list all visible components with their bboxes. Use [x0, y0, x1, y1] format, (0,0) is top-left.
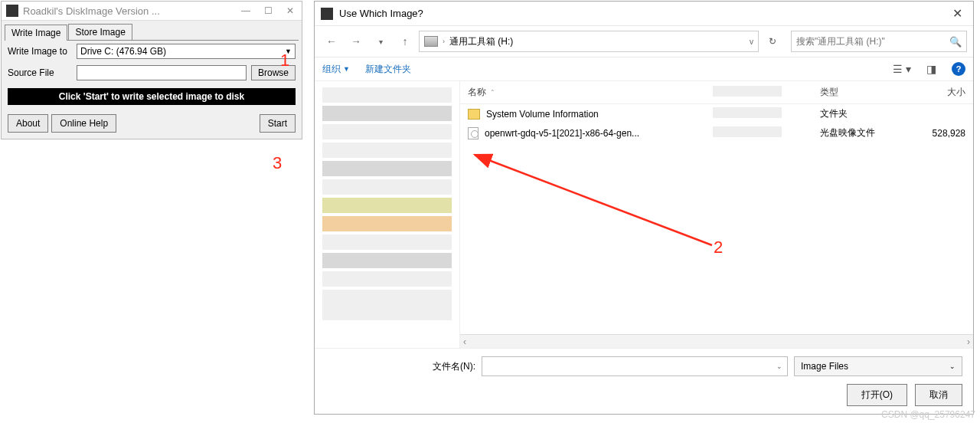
sidebar-item[interactable] — [322, 271, 452, 287]
disc-image-icon — [468, 127, 479, 139]
forward-button[interactable]: → — [345, 31, 367, 52]
file-list: 名称 ˄ 类型 大小 System Volume Information 文件夹… — [460, 81, 973, 348]
chevron-down-icon: ▼ — [343, 65, 350, 73]
watermark: CSDN @qq_25796247 — [881, 409, 975, 420]
sidebar-item[interactable] — [322, 143, 452, 158]
list-item[interactable]: openwrt-gdq-v5-1[2021]-x86-64-gen... 光盘映… — [460, 123, 973, 143]
tab-bar: Write Image Store Image — [2, 21, 302, 40]
nav-sidebar — [315, 81, 460, 348]
horizontal-scrollbar[interactable]: ‹› — [460, 334, 973, 348]
list-item[interactable]: System Volume Information 文件夹 — [460, 104, 973, 123]
file-dialog-titlebar: Use Which Image? ✕ — [315, 2, 973, 26]
drive-select[interactable]: Drive C: (476.94 GB) ▼ — [77, 44, 296, 59]
maximize-button[interactable]: ☐ — [264, 5, 273, 16]
organize-menu[interactable]: 组织 ▼ — [322, 63, 350, 76]
dialog-footer: 文件名(N): ⌄ Image Files ⌄ 打开(O) 取消 — [315, 348, 973, 414]
filename-label: 文件名(N): — [433, 360, 475, 373]
col-size[interactable]: 大小 — [912, 86, 965, 99]
recent-dropdown[interactable]: ▾ — [370, 31, 391, 52]
sidebar-item[interactable] — [322, 179, 452, 195]
sidebar-item[interactable] — [322, 198, 452, 213]
app-icon — [6, 5, 18, 17]
filetype-select[interactable]: Image Files ⌄ — [794, 356, 962, 376]
sidebar-item[interactable] — [322, 290, 452, 320]
dialog-body: 名称 ˄ 类型 大小 System Volume Information 文件夹… — [315, 81, 973, 348]
refresh-button[interactable]: ↻ — [762, 31, 783, 52]
sidebar-item[interactable] — [322, 161, 452, 176]
write-to-label: Write Image to — [8, 46, 72, 57]
sidebar-item[interactable] — [322, 87, 452, 103]
window-title: Roadkil's DiskImage Version ... — [23, 5, 238, 17]
source-file-label: Source File — [8, 67, 72, 78]
diskimage-window: Roadkil's DiskImage Version ... — ☐ ✕ Wr… — [1, 1, 302, 139]
sidebar-item[interactable] — [322, 234, 452, 250]
folder-icon — [468, 109, 480, 120]
preview-pane-button[interactable]: ◨ — [926, 63, 936, 75]
open-button[interactable]: 打开(O) — [847, 384, 907, 406]
column-headers: 名称 ˄ 类型 大小 — [460, 81, 973, 104]
diskimage-titlebar: Roadkil's DiskImage Version ... — ☐ ✕ — [2, 2, 302, 21]
minimize-button[interactable]: — — [241, 5, 250, 16]
drive-icon — [424, 36, 438, 47]
chevron-down-icon[interactable]: v — [750, 38, 753, 46]
cancel-button[interactable]: 取消 — [915, 384, 962, 406]
view-options-button[interactable]: ☰ ▾ — [893, 63, 911, 75]
col-name[interactable]: 名称 ˄ — [468, 86, 713, 99]
help-icon[interactable]: ? — [952, 62, 965, 76]
about-button[interactable]: About — [8, 114, 48, 133]
filename-row: 文件名(N): ⌄ Image Files ⌄ — [325, 356, 962, 376]
write-image-to-row: Write Image to Drive C: (476.94 GB) ▼ — [2, 41, 302, 62]
col-type[interactable]: 类型 — [820, 86, 912, 99]
file-dialog: Use Which Image? ✕ ← → ▾ ↑ › 通用工具箱 (H:) … — [314, 1, 974, 415]
search-box[interactable]: 🔍 — [791, 31, 967, 52]
col-date[interactable] — [713, 86, 820, 99]
sort-asc-icon: ˄ — [491, 89, 495, 97]
sidebar-item[interactable] — [322, 106, 452, 121]
new-folder-button[interactable]: 新建文件夹 — [365, 63, 411, 76]
app-icon — [321, 8, 333, 20]
nav-bar: ← → ▾ ↑ › 通用工具箱 (H:) v ↻ 🔍 — [315, 26, 973, 57]
chevron-down-icon: ▼ — [285, 48, 292, 55]
chevron-down-icon[interactable]: ⌄ — [776, 362, 782, 370]
toolbar: 组织 ▼ 新建文件夹 ☰ ▾ ◨ ? — [315, 57, 973, 81]
dialog-title: Use Which Image? — [339, 8, 948, 19]
sidebar-item[interactable] — [322, 216, 452, 231]
tab-store-image[interactable]: Store Image — [68, 24, 132, 40]
instruction-bar: Click 'Start' to write selected image to… — [8, 88, 296, 105]
chevron-down-icon: ⌄ — [949, 362, 956, 370]
annotation-3: 3 — [273, 153, 282, 173]
drive-value: Drive C: (476.94 GB) — [80, 46, 166, 57]
dialog-buttons: 打开(O) 取消 — [325, 384, 962, 406]
breadcrumb-current[interactable]: 通用工具箱 (H:) — [449, 35, 513, 48]
up-button[interactable]: ↑ — [394, 31, 416, 52]
source-file-row: Source File Browse — [2, 62, 302, 84]
window-controls: — ☐ ✕ — [238, 5, 297, 16]
start-button[interactable]: Start — [260, 114, 296, 133]
tab-write-image[interactable]: Write Image — [5, 25, 67, 41]
close-button[interactable]: ✕ — [948, 6, 967, 21]
search-icon: 🔍 — [949, 36, 962, 48]
online-help-button[interactable]: Online Help — [51, 114, 116, 133]
browse-button[interactable]: Browse — [251, 65, 296, 80]
sidebar-item[interactable] — [322, 253, 452, 268]
sidebar-item[interactable] — [322, 124, 452, 139]
search-input[interactable] — [796, 36, 949, 47]
filename-input[interactable]: ⌄ — [482, 356, 788, 376]
bottom-button-row: About Online Help Start — [2, 110, 302, 139]
close-button[interactable]: ✕ — [286, 5, 294, 16]
address-bar[interactable]: › 通用工具箱 (H:) v — [419, 31, 759, 52]
back-button[interactable]: ← — [321, 31, 342, 52]
source-file-input[interactable] — [77, 65, 247, 80]
breadcrumb-sep: › — [443, 38, 445, 45]
